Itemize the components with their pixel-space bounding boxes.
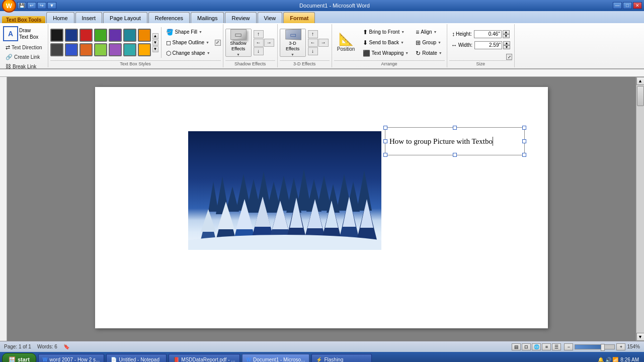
- shadow-nudge-up[interactable]: ↑: [254, 30, 264, 38]
- taskbar-document1[interactable]: W Document1 - Microso...: [242, 354, 310, 362]
- shape-fill-button[interactable]: 🪣 Shape Fill ▼: [164, 27, 213, 37]
- styles-scroll-up[interactable]: ▲: [152, 33, 158, 39]
- styles-scroll-down[interactable]: ▼: [152, 40, 158, 46]
- handle-mid-left[interactable]: [383, 139, 387, 143]
- rotate-button[interactable]: ↻ Rotate ▼: [413, 48, 444, 58]
- zoom-thumb[interactable]: [601, 344, 605, 351]
- full-screen-btn[interactable]: ⊡: [522, 343, 531, 350]
- taskbar-pdf[interactable]: 📕 MSDDataReport.pdf - ...: [169, 354, 239, 362]
- tab-insert[interactable]: Insert: [75, 12, 103, 23]
- swatch-purple[interactable]: [109, 29, 122, 42]
- taskbar-notepad[interactable]: 📄 Untitled - Notepad: [106, 354, 167, 362]
- shadow-effects-button[interactable]: ▭ ShadowEffects ▼: [225, 29, 252, 57]
- handle-top-right[interactable]: [522, 126, 526, 130]
- taskbar-flashing[interactable]: ⚡ Flashing: [311, 354, 372, 362]
- quickaccess-save[interactable]: 💾: [17, 2, 26, 9]
- scroll-down-button[interactable]: ▼: [636, 333, 645, 341]
- swatch-teal[interactable]: [123, 29, 136, 42]
- swatch-green[interactable]: [94, 29, 107, 42]
- tab-review[interactable]: Review: [225, 12, 256, 23]
- break-link-icon: ⛓: [6, 63, 11, 69]
- tab-mailings[interactable]: Mailings: [191, 12, 224, 23]
- 3d-tilt-up[interactable]: ↑: [308, 30, 318, 38]
- swatch-dorange[interactable]: [79, 43, 93, 56]
- text-box[interactable]: How to group Picture with Textbo: [385, 127, 525, 155]
- zoom-in-button[interactable]: +: [616, 343, 625, 350]
- scroll-up-button[interactable]: ▲: [636, 77, 645, 85]
- swatch-cyan[interactable]: [123, 43, 136, 56]
- quickaccess-dropdown[interactable]: ▼: [47, 2, 56, 9]
- swatch-navy[interactable]: [65, 29, 78, 42]
- swatch-orange[interactable]: [138, 29, 151, 42]
- 3d-tilt-left[interactable]: ←: [308, 39, 318, 47]
- send-to-back-button[interactable]: ⬇ Send to Back ▼: [360, 38, 412, 48]
- bring-to-front-button[interactable]: ⬆ Bring to Front ▼: [360, 27, 412, 37]
- maximize-button[interactable]: □: [623, 2, 632, 9]
- break-link-label: Break Link: [13, 64, 36, 69]
- web-layout-btn[interactable]: 🌐: [532, 343, 541, 350]
- draw-textbox-icon[interactable]: A: [3, 26, 18, 41]
- align-button[interactable]: ≡ Align ▼: [413, 27, 444, 37]
- height-spin-down[interactable]: ▼: [503, 34, 510, 38]
- 3d-tilt-right[interactable]: →: [318, 39, 329, 47]
- start-button[interactable]: 🪟 start: [2, 353, 36, 362]
- width-spin-down[interactable]: ▼: [503, 45, 510, 49]
- height-input[interactable]: [474, 30, 502, 38]
- bookmark-icon[interactable]: 🔖: [63, 344, 69, 349]
- handle-mid-right[interactable]: [522, 139, 526, 143]
- 3d-icon: ▭: [285, 29, 301, 40]
- shadow-nudge-left[interactable]: ←: [254, 39, 264, 47]
- 3d-effects-button[interactable]: ▭ 3-DEffects ▼: [280, 29, 306, 57]
- group-label: Group: [422, 40, 436, 45]
- styles-expand[interactable]: ▼: [152, 46, 158, 52]
- outline-btn[interactable]: ≡: [542, 343, 551, 350]
- swatch-yellow[interactable]: [138, 43, 151, 56]
- tab-home[interactable]: Home: [46, 12, 74, 23]
- change-shape-button[interactable]: ⬡ Change shape ▼: [164, 48, 213, 58]
- size-group-expand[interactable]: ⤢: [506, 54, 512, 60]
- tab-format[interactable]: Format: [283, 12, 315, 23]
- 3d-tilt-down[interactable]: ↓: [308, 47, 318, 55]
- create-link-button[interactable]: 🔗 Create Link: [3, 53, 45, 61]
- shadow-nudge-right[interactable]: →: [264, 39, 274, 47]
- text-direction-button[interactable]: ⇄ Text Direction: [3, 43, 45, 52]
- tab-view[interactable]: View: [258, 12, 283, 23]
- shadow-nudge-down[interactable]: ↓: [254, 47, 264, 55]
- zoom-slider[interactable]: [575, 344, 615, 349]
- minimize-button[interactable]: —: [613, 2, 622, 9]
- position-button[interactable]: 📐 Position: [334, 29, 358, 57]
- handle-bot-left[interactable]: [383, 153, 387, 157]
- tab-references[interactable]: References: [148, 12, 190, 23]
- print-layout-btn[interactable]: ▤: [512, 343, 521, 350]
- scroll-thumb[interactable]: [637, 86, 644, 106]
- swatch-violet[interactable]: [109, 43, 122, 56]
- swatch-black[interactable]: [50, 29, 63, 42]
- handle-bot-right[interactable]: [522, 153, 526, 157]
- draft-btn[interactable]: ☰: [552, 343, 561, 350]
- shadow-effects-label: ShadowEffects: [230, 41, 247, 52]
- styles-group-expand[interactable]: ⤢: [215, 40, 221, 46]
- width-input[interactable]: [474, 41, 502, 49]
- handle-bot-center[interactable]: [453, 153, 457, 157]
- swatch-dgray[interactable]: [50, 43, 63, 56]
- svg-rect-1: [0, 76, 644, 77]
- quickaccess-redo[interactable]: ↪: [37, 2, 46, 9]
- quickaccess-undo[interactable]: ↩: [27, 2, 36, 9]
- page-canvas[interactable]: How to group Picture with Textbo: [7, 77, 636, 341]
- zoom-out-button[interactable]: −: [564, 343, 573, 350]
- width-spin-up[interactable]: ▲: [503, 41, 510, 45]
- tab-pagelayout[interactable]: Page Layout: [103, 12, 147, 23]
- handle-top-left[interactable]: [383, 126, 387, 130]
- swatch-blue[interactable]: [65, 43, 78, 56]
- taskbar-word2007[interactable]: W word 2007 - How 2 s...: [38, 354, 105, 362]
- group-button[interactable]: ⊞ Group ▼: [413, 38, 444, 48]
- swatch-red[interactable]: [79, 29, 93, 42]
- zoom-level: 154%: [627, 344, 640, 349]
- shape-outline-button[interactable]: ◻ Shape Outline ▼: [164, 38, 213, 48]
- swatch-lgreen[interactable]: [94, 43, 107, 56]
- handle-top-center[interactable]: [453, 126, 457, 130]
- close-button[interactable]: ✕: [633, 2, 642, 9]
- text-wrapping-button[interactable]: ⬛ Text Wrapping ▼: [360, 48, 412, 58]
- height-spin-up[interactable]: ▲: [503, 30, 510, 34]
- vertical-scrollbar[interactable]: ▲ ▼: [636, 77, 644, 341]
